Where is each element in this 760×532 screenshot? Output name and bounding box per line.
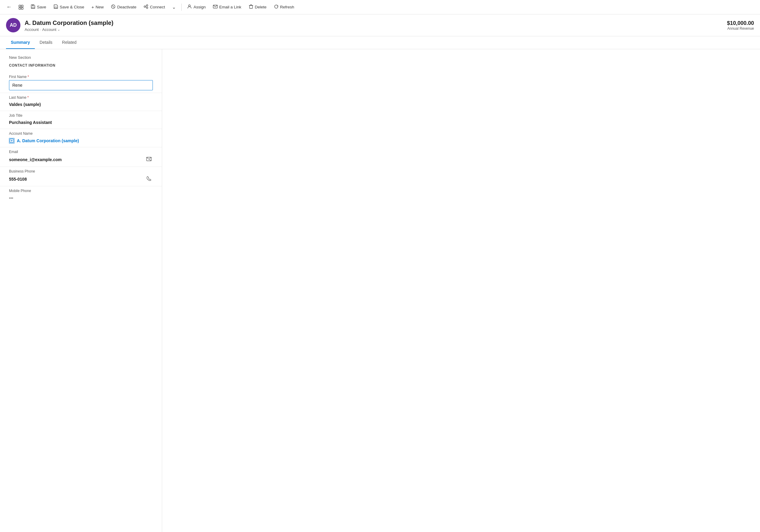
svg-rect-2 xyxy=(19,8,21,9)
tab-summary[interactable]: Summary xyxy=(6,36,35,49)
email-value[interactable]: someone_i@example.com xyxy=(9,156,62,163)
record-header: AD A. Datum Corporation (sample) Account… xyxy=(0,15,760,36)
email-link-label: Email a Link xyxy=(219,5,241,9)
save-button[interactable]: Save xyxy=(27,2,49,12)
svg-rect-1 xyxy=(21,5,23,7)
last-name-value[interactable]: Valdes (sample) xyxy=(9,101,153,108)
tab-related[interactable]: Related xyxy=(57,36,81,49)
last-name-required: * xyxy=(27,95,29,100)
grid-view-button[interactable] xyxy=(16,2,26,13)
email-action-icon[interactable] xyxy=(145,155,153,164)
save-close-button[interactable]: Save & Close xyxy=(50,2,87,12)
mobile-phone-value[interactable]: --- xyxy=(9,194,153,201)
connect-label: Connect xyxy=(150,5,165,9)
more-icon: ⌄ xyxy=(172,5,176,10)
delete-icon xyxy=(249,4,254,10)
deactivate-button[interactable]: Deactivate xyxy=(108,2,139,12)
save-close-icon xyxy=(53,4,58,10)
email-row: someone_i@example.com xyxy=(9,155,153,164)
avatar: AD xyxy=(6,18,21,32)
record-info: A. Datum Corporation (sample) Account · … xyxy=(24,19,727,32)
header-right: $10,000.00 Annual Revenue xyxy=(727,20,754,31)
tab-details[interactable]: Details xyxy=(35,36,57,49)
refresh-icon xyxy=(274,4,279,10)
svg-point-11 xyxy=(147,7,148,9)
svg-point-9 xyxy=(144,6,146,8)
assign-button[interactable]: Assign xyxy=(184,2,209,12)
breadcrumb-entity-link[interactable]: Account ⌄ xyxy=(42,27,60,32)
last-name-field: Last Name * Valdes (sample) xyxy=(0,93,162,111)
account-link-icon xyxy=(9,138,15,144)
email-link-icon xyxy=(213,4,218,10)
svg-point-10 xyxy=(147,5,148,6)
account-name-link[interactable]: A. Datum Corporation (sample) xyxy=(9,137,153,145)
svg-rect-6 xyxy=(55,7,57,8)
deactivate-label: Deactivate xyxy=(117,5,136,9)
main-content: New Section CONTACT INFORMATION First Na… xyxy=(0,49,760,532)
job-title-value[interactable]: Purchasing Assistant xyxy=(9,119,153,126)
svg-point-14 xyxy=(189,5,190,7)
assign-icon xyxy=(187,4,192,10)
deactivate-icon xyxy=(111,4,116,10)
account-name-value: A. Datum Corporation (sample) xyxy=(17,138,79,143)
email-field: Email someone_i@example.com xyxy=(0,147,162,167)
section-heading: CONTACT INFORMATION xyxy=(0,63,162,72)
new-button[interactable]: + New xyxy=(89,3,107,11)
left-panel: New Section CONTACT INFORMATION First Na… xyxy=(0,49,162,532)
new-label: New xyxy=(95,5,104,9)
account-name-field: Account Name A. Datum Corporation (sampl… xyxy=(0,129,162,147)
annual-revenue-label: Annual Revenue xyxy=(727,26,754,31)
save-label: Save xyxy=(37,5,46,9)
business-phone-value[interactable]: 555-0108 xyxy=(9,176,27,183)
tabs-bar: Summary Details Related xyxy=(0,36,760,49)
refresh-button[interactable]: Refresh xyxy=(271,2,297,12)
job-title-label: Job Title xyxy=(9,113,153,118)
mobile-phone-label: Mobile Phone xyxy=(9,189,153,193)
more-button[interactable]: ⌄ xyxy=(169,3,179,12)
assign-label: Assign xyxy=(193,5,206,9)
svg-line-13 xyxy=(146,7,147,8)
svg-rect-0 xyxy=(19,5,21,7)
chevron-down-icon: ⌄ xyxy=(57,27,60,31)
svg-rect-3 xyxy=(21,8,23,9)
record-title: A. Datum Corporation (sample) xyxy=(24,19,727,27)
business-phone-label: Business Phone xyxy=(9,169,153,173)
save-icon xyxy=(31,4,35,10)
business-phone-row: 555-0108 xyxy=(9,175,153,184)
section-title: New Section xyxy=(0,55,162,63)
breadcrumb: Account · Account ⌄ xyxy=(24,27,727,32)
toolbar-separator xyxy=(181,4,182,11)
mobile-phone-field: Mobile Phone --- xyxy=(0,186,162,204)
new-icon: + xyxy=(92,5,94,10)
annual-revenue-value: $10,000.00 xyxy=(727,20,754,26)
back-button[interactable]: ← xyxy=(4,2,15,13)
svg-line-12 xyxy=(146,6,147,6)
business-phone-field: Business Phone 555-0108 xyxy=(0,167,162,186)
job-title-field: Job Title Purchasing Assistant xyxy=(0,111,162,129)
breadcrumb-entity-label: Account xyxy=(42,27,57,32)
right-panel xyxy=(162,49,760,532)
connect-button[interactable]: Connect xyxy=(141,2,168,12)
connect-icon xyxy=(144,4,148,10)
account-name-label: Account Name xyxy=(9,131,153,136)
svg-rect-4 xyxy=(32,7,34,8)
first-name-label: First Name * xyxy=(9,75,153,79)
svg-rect-16 xyxy=(250,5,253,8)
svg-rect-5 xyxy=(32,5,34,6)
email-link-button[interactable]: Email a Link xyxy=(210,2,244,12)
delete-button[interactable]: Delete xyxy=(246,2,270,12)
toolbar: ← Save Save & Close + New Deactivate xyxy=(0,0,760,15)
svg-line-8 xyxy=(112,6,114,8)
first-name-input[interactable] xyxy=(9,80,153,90)
refresh-label: Refresh xyxy=(280,5,294,9)
delete-label: Delete xyxy=(255,5,267,9)
save-close-label: Save & Close xyxy=(60,5,84,9)
phone-action-icon[interactable] xyxy=(145,175,153,184)
first-name-field: First Name * xyxy=(0,72,162,93)
last-name-label: Last Name * xyxy=(9,95,153,100)
email-label: Email xyxy=(9,150,153,154)
first-name-required: * xyxy=(27,75,29,79)
breadcrumb-type: Account xyxy=(24,27,39,32)
